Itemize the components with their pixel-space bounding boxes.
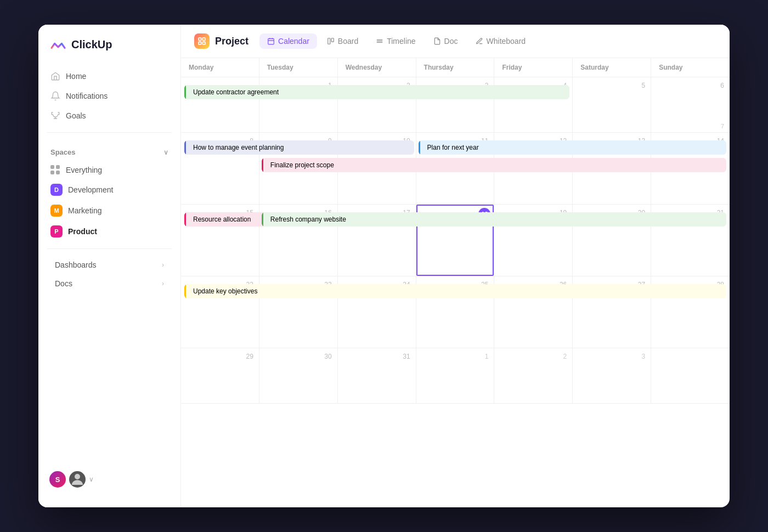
day-header-wednesday: Wednesday xyxy=(338,58,416,77)
main-content: Project Calendar Board Timeline Doc Whit… xyxy=(181,25,730,507)
everything-icon xyxy=(50,165,60,175)
week-row-3: Update key objectives 22 23 24 25 xyxy=(181,276,730,348)
main-nav: Home Notifications Goals xyxy=(38,66,180,126)
clickup-logo-icon xyxy=(49,36,67,53)
svg-rect-3 xyxy=(199,42,201,44)
sidebar: ClickUp Home Notifications xyxy=(38,25,181,507)
week-row-2: Resource allocation Refresh company webs… xyxy=(181,205,730,276)
project-title: Project xyxy=(215,36,249,47)
bell-icon xyxy=(50,91,60,101)
project-icon xyxy=(194,33,210,49)
tab-timeline[interactable]: Timeline xyxy=(368,33,423,49)
space-marketing[interactable]: M Marketing xyxy=(43,200,176,221)
day-header-monday: Monday xyxy=(181,58,259,77)
space-everything[interactable]: Everything xyxy=(43,161,176,179)
svg-point-0 xyxy=(75,474,80,479)
calendar-day-headers: Monday Tuesday Wednesday Thursday Friday… xyxy=(181,58,730,77)
svg-rect-1 xyxy=(199,38,201,41)
whiteboard-tab-icon xyxy=(476,37,483,45)
nav-docs[interactable]: Docs › xyxy=(43,274,176,293)
day-header-saturday: Saturday xyxy=(573,58,651,77)
event-plan-next-year[interactable]: Plan for next year xyxy=(419,140,726,155)
svg-rect-4 xyxy=(202,42,205,44)
event-event-planning[interactable]: How to manage event planning xyxy=(184,140,414,155)
cal-cell-sat5[interactable]: 3 xyxy=(573,348,651,403)
logo-area: ClickUp xyxy=(38,36,180,66)
avatar-user[interactable] xyxy=(69,471,86,488)
doc-tab-icon xyxy=(433,37,441,45)
board-tab-icon xyxy=(327,37,335,45)
project-title-area: Project xyxy=(194,33,249,49)
sidebar-footer: S ∨ xyxy=(38,462,180,496)
svg-rect-2 xyxy=(202,38,205,41)
nav-home[interactable]: Home xyxy=(43,66,176,86)
week-row-4: 29 30 31 1 2 3 xyxy=(181,348,730,404)
avatar-dropdown[interactable]: ∨ xyxy=(89,476,94,483)
day-header-sunday: Sunday xyxy=(651,58,730,77)
cal-cell-thu5[interactable]: 1 xyxy=(416,348,495,403)
cal-cell-sun5[interactable] xyxy=(651,348,730,403)
week-row-0: Update contractor agreement 1 2 xyxy=(181,77,730,133)
trophy-icon xyxy=(50,111,60,121)
logo-text: ClickUp xyxy=(71,38,112,51)
cal-cell-sun1[interactable]: 6 xyxy=(651,77,730,132)
event-contractor-agreement[interactable]: Update contractor agreement xyxy=(184,85,569,99)
nav-dashboards[interactable]: Dashboards › xyxy=(43,256,176,274)
event-refresh-website[interactable]: Refresh company website xyxy=(262,212,726,227)
day-header-tuesday: Tuesday xyxy=(259,58,338,77)
timeline-tab-icon xyxy=(376,37,383,45)
cal-cell-sat1[interactable]: 5 xyxy=(573,77,651,132)
tab-board[interactable]: Board xyxy=(319,33,366,49)
event-key-objectives[interactable]: Update key objectives xyxy=(184,284,726,298)
svg-rect-10 xyxy=(331,38,334,42)
day-header-friday: Friday xyxy=(494,58,573,77)
spaces-chevron[interactable]: ∨ xyxy=(163,149,168,156)
spaces-header: Spaces ∨ xyxy=(38,139,180,161)
product-badge: P xyxy=(50,225,63,237)
home-icon xyxy=(50,71,60,81)
week-cells-4: 29 30 31 1 2 3 xyxy=(181,348,730,404)
calendar-container[interactable]: Monday Tuesday Wednesday Thursday Friday… xyxy=(181,58,730,507)
cal-cell-fri5[interactable]: 2 xyxy=(494,348,573,403)
cal-cell-tue5[interactable]: 30 xyxy=(259,348,338,403)
nav-notifications[interactable]: Notifications xyxy=(43,86,176,106)
event-finalize-scope[interactable]: Finalize project scope xyxy=(262,158,726,172)
avatar-s[interactable]: S xyxy=(49,471,66,488)
nav-goals[interactable]: Goals xyxy=(43,106,176,126)
marketing-badge: M xyxy=(50,205,63,217)
spaces-nav: Everything D Development M Marketing P P… xyxy=(38,161,180,242)
tab-doc[interactable]: Doc xyxy=(426,33,466,49)
top-bar: Project Calendar Board Timeline Doc Whit… xyxy=(181,25,730,58)
space-product[interactable]: P Product xyxy=(43,221,176,242)
cal-cell-mon5[interactable]: 29 xyxy=(181,348,259,403)
dashboards-arrow: › xyxy=(162,261,164,269)
tab-whiteboard[interactable]: Whiteboard xyxy=(468,33,534,49)
day-header-thursday: Thursday xyxy=(416,58,495,77)
development-badge: D xyxy=(50,184,63,196)
space-development[interactable]: D Development xyxy=(43,179,176,200)
week-row-1: How to manage event planning Plan for ne… xyxy=(181,133,730,205)
svg-rect-9 xyxy=(328,38,330,44)
calendar-tab-icon xyxy=(267,37,275,45)
docs-arrow: › xyxy=(162,280,164,287)
cal-cell-wed5[interactable]: 31 xyxy=(338,348,416,403)
tab-calendar[interactable]: Calendar xyxy=(259,33,317,49)
svg-rect-5 xyxy=(268,38,274,44)
